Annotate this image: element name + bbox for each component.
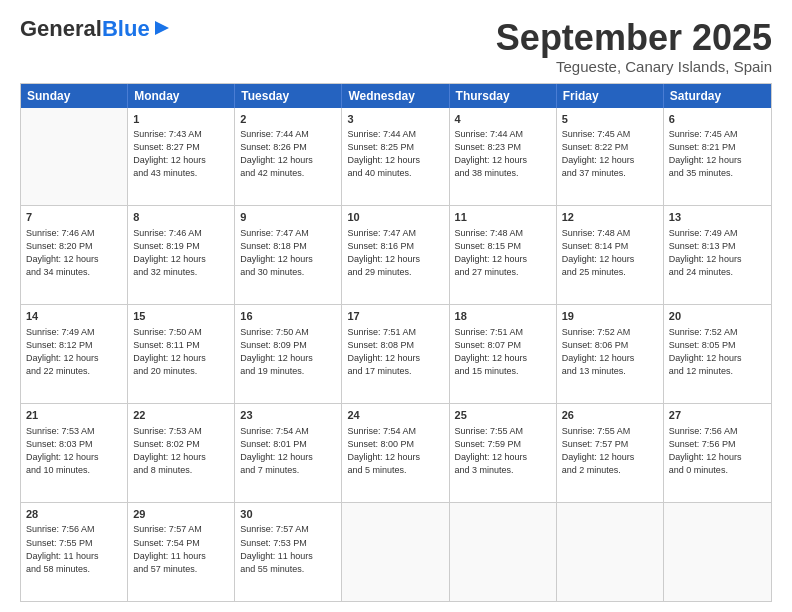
calendar-row: 1Sunrise: 7:43 AM Sunset: 8:27 PM Daylig… [21,108,771,207]
calendar-body: 1Sunrise: 7:43 AM Sunset: 8:27 PM Daylig… [21,108,771,601]
calendar-cell: 20Sunrise: 7:52 AM Sunset: 8:05 PM Dayli… [664,305,771,403]
calendar-cell: 5Sunrise: 7:45 AM Sunset: 8:22 PM Daylig… [557,108,664,206]
calendar: SundayMondayTuesdayWednesdayThursdayFrid… [20,83,772,602]
calendar-cell: 28Sunrise: 7:56 AM Sunset: 7:55 PM Dayli… [21,503,128,601]
title-area: September 2025 Tegueste, Canary Islands,… [496,18,772,75]
cell-info: Sunrise: 7:56 AM Sunset: 7:56 PM Dayligh… [669,425,766,477]
day-number: 25 [455,408,551,423]
calendar-cell: 22Sunrise: 7:53 AM Sunset: 8:02 PM Dayli… [128,404,235,502]
cell-info: Sunrise: 7:43 AM Sunset: 8:27 PM Dayligh… [133,128,229,180]
calendar-cell: 2Sunrise: 7:44 AM Sunset: 8:26 PM Daylig… [235,108,342,206]
logo: GeneralBlue [20,18,171,40]
cell-info: Sunrise: 7:57 AM Sunset: 7:53 PM Dayligh… [240,523,336,575]
day-number: 30 [240,507,336,522]
day-number: 27 [669,408,766,423]
cell-info: Sunrise: 7:53 AM Sunset: 8:03 PM Dayligh… [26,425,122,477]
cell-info: Sunrise: 7:47 AM Sunset: 8:16 PM Dayligh… [347,227,443,279]
calendar-cell: 9Sunrise: 7:47 AM Sunset: 8:18 PM Daylig… [235,206,342,304]
cell-info: Sunrise: 7:57 AM Sunset: 7:54 PM Dayligh… [133,523,229,575]
cell-info: Sunrise: 7:50 AM Sunset: 8:11 PM Dayligh… [133,326,229,378]
weekday-header: Friday [557,84,664,108]
day-number: 23 [240,408,336,423]
day-number: 14 [26,309,122,324]
day-number: 18 [455,309,551,324]
day-number: 4 [455,112,551,127]
calendar-cell: 14Sunrise: 7:49 AM Sunset: 8:12 PM Dayli… [21,305,128,403]
cell-info: Sunrise: 7:53 AM Sunset: 8:02 PM Dayligh… [133,425,229,477]
subtitle: Tegueste, Canary Islands, Spain [496,58,772,75]
day-number: 20 [669,309,766,324]
calendar-row: 28Sunrise: 7:56 AM Sunset: 7:55 PM Dayli… [21,503,771,601]
calendar-row: 14Sunrise: 7:49 AM Sunset: 8:12 PM Dayli… [21,305,771,404]
day-number: 6 [669,112,766,127]
calendar-cell: 21Sunrise: 7:53 AM Sunset: 8:03 PM Dayli… [21,404,128,502]
day-number: 22 [133,408,229,423]
header: GeneralBlue September 2025 Tegueste, Can… [20,18,772,75]
calendar-cell [450,503,557,601]
calendar-cell [342,503,449,601]
cell-info: Sunrise: 7:49 AM Sunset: 8:13 PM Dayligh… [669,227,766,279]
calendar-cell: 29Sunrise: 7:57 AM Sunset: 7:54 PM Dayli… [128,503,235,601]
calendar-cell: 18Sunrise: 7:51 AM Sunset: 8:07 PM Dayli… [450,305,557,403]
calendar-cell: 26Sunrise: 7:55 AM Sunset: 7:57 PM Dayli… [557,404,664,502]
calendar-cell: 27Sunrise: 7:56 AM Sunset: 7:56 PM Dayli… [664,404,771,502]
cell-info: Sunrise: 7:46 AM Sunset: 8:20 PM Dayligh… [26,227,122,279]
calendar-cell: 3Sunrise: 7:44 AM Sunset: 8:25 PM Daylig… [342,108,449,206]
day-number: 28 [26,507,122,522]
day-number: 16 [240,309,336,324]
calendar-cell: 16Sunrise: 7:50 AM Sunset: 8:09 PM Dayli… [235,305,342,403]
main-title: September 2025 [496,18,772,58]
cell-info: Sunrise: 7:45 AM Sunset: 8:22 PM Dayligh… [562,128,658,180]
day-number: 17 [347,309,443,324]
cell-info: Sunrise: 7:55 AM Sunset: 7:57 PM Dayligh… [562,425,658,477]
weekday-header: Wednesday [342,84,449,108]
calendar-cell: 8Sunrise: 7:46 AM Sunset: 8:19 PM Daylig… [128,206,235,304]
cell-info: Sunrise: 7:48 AM Sunset: 8:14 PM Dayligh… [562,227,658,279]
logo-blue: Blue [102,16,150,41]
calendar-header: SundayMondayTuesdayWednesdayThursdayFrid… [21,84,771,108]
day-number: 11 [455,210,551,225]
cell-info: Sunrise: 7:47 AM Sunset: 8:18 PM Dayligh… [240,227,336,279]
calendar-cell: 19Sunrise: 7:52 AM Sunset: 8:06 PM Dayli… [557,305,664,403]
calendar-cell: 10Sunrise: 7:47 AM Sunset: 8:16 PM Dayli… [342,206,449,304]
day-number: 29 [133,507,229,522]
svg-marker-0 [155,21,169,35]
cell-info: Sunrise: 7:56 AM Sunset: 7:55 PM Dayligh… [26,523,122,575]
calendar-cell: 24Sunrise: 7:54 AM Sunset: 8:00 PM Dayli… [342,404,449,502]
cell-info: Sunrise: 7:49 AM Sunset: 8:12 PM Dayligh… [26,326,122,378]
logo-arrow-icon [153,19,171,37]
day-number: 2 [240,112,336,127]
day-number: 26 [562,408,658,423]
day-number: 21 [26,408,122,423]
cell-info: Sunrise: 7:44 AM Sunset: 8:25 PM Dayligh… [347,128,443,180]
calendar-cell: 23Sunrise: 7:54 AM Sunset: 8:01 PM Dayli… [235,404,342,502]
cell-info: Sunrise: 7:51 AM Sunset: 8:07 PM Dayligh… [455,326,551,378]
day-number: 10 [347,210,443,225]
calendar-cell: 17Sunrise: 7:51 AM Sunset: 8:08 PM Dayli… [342,305,449,403]
calendar-cell: 6Sunrise: 7:45 AM Sunset: 8:21 PM Daylig… [664,108,771,206]
calendar-cell: 4Sunrise: 7:44 AM Sunset: 8:23 PM Daylig… [450,108,557,206]
day-number: 8 [133,210,229,225]
logo-general: General [20,16,102,41]
calendar-cell: 25Sunrise: 7:55 AM Sunset: 7:59 PM Dayli… [450,404,557,502]
day-number: 7 [26,210,122,225]
cell-info: Sunrise: 7:55 AM Sunset: 7:59 PM Dayligh… [455,425,551,477]
calendar-cell [21,108,128,206]
calendar-cell [664,503,771,601]
day-number: 12 [562,210,658,225]
calendar-cell: 12Sunrise: 7:48 AM Sunset: 8:14 PM Dayli… [557,206,664,304]
cell-info: Sunrise: 7:54 AM Sunset: 8:01 PM Dayligh… [240,425,336,477]
day-number: 1 [133,112,229,127]
calendar-row: 21Sunrise: 7:53 AM Sunset: 8:03 PM Dayli… [21,404,771,503]
calendar-row: 7Sunrise: 7:46 AM Sunset: 8:20 PM Daylig… [21,206,771,305]
day-number: 5 [562,112,658,127]
logo-text: GeneralBlue [20,18,150,40]
cell-info: Sunrise: 7:45 AM Sunset: 8:21 PM Dayligh… [669,128,766,180]
calendar-cell: 11Sunrise: 7:48 AM Sunset: 8:15 PM Dayli… [450,206,557,304]
cell-info: Sunrise: 7:46 AM Sunset: 8:19 PM Dayligh… [133,227,229,279]
day-number: 3 [347,112,443,127]
day-number: 9 [240,210,336,225]
cell-info: Sunrise: 7:52 AM Sunset: 8:06 PM Dayligh… [562,326,658,378]
weekday-header: Tuesday [235,84,342,108]
calendar-cell: 15Sunrise: 7:50 AM Sunset: 8:11 PM Dayli… [128,305,235,403]
